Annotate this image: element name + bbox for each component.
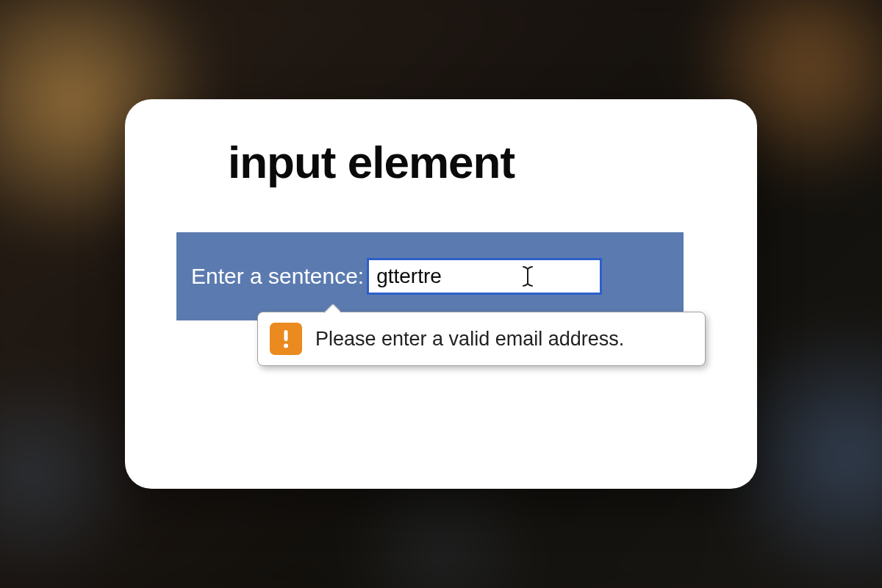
svg-rect-0 <box>284 330 288 341</box>
input-label: Enter a sentence: <box>191 264 364 289</box>
input-wrapper <box>367 258 602 295</box>
warning-icon <box>270 323 302 355</box>
validation-message: Please enter a valid email address. <box>315 328 624 351</box>
demo-card: input element Enter a sentence: Please e… <box>125 99 757 489</box>
page-title: input element <box>228 136 728 188</box>
form-container: Enter a sentence: Please enter a valid e… <box>176 232 684 320</box>
svg-point-1 <box>284 344 288 348</box>
sentence-input[interactable] <box>367 258 602 295</box>
validation-tooltip: Please enter a valid email address. <box>257 312 706 366</box>
tooltip-arrow <box>324 304 340 313</box>
